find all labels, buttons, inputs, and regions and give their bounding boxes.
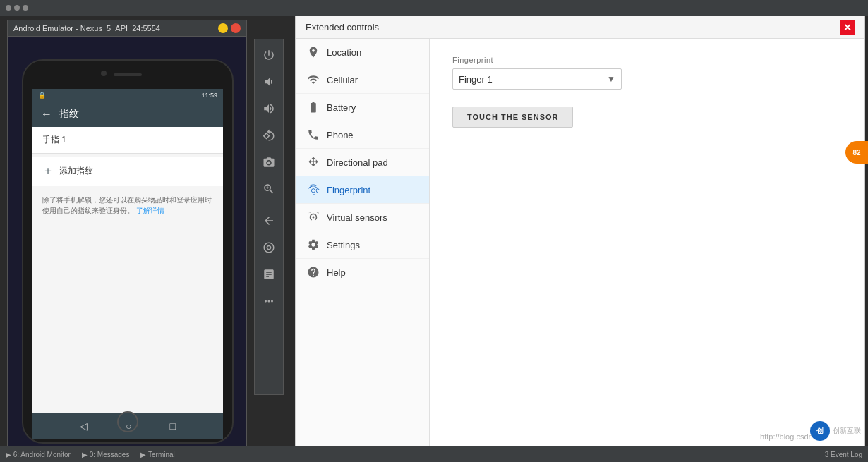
statusbar-terminal[interactable]: ▶ Terminal xyxy=(140,451,174,458)
ext-controls-main: Fingerprint Finger 1 ▼ TOUCH THE SENSOR xyxy=(430,39,864,449)
phone-frame: 🔒 11:59 ← 指纹 手指 1 ＋ 添加指纹 除了将手机解锁，您还可以在购买… xyxy=(22,59,234,444)
phone-appbar-title: 指纹 xyxy=(59,108,79,121)
emulator-window: Android Emulator - Nexus_5_API_24:5554 🔒… xyxy=(7,20,247,454)
sidebar-item-location[interactable]: Location xyxy=(296,39,429,66)
ide-topbar xyxy=(0,0,868,16)
brand-logo-text: 创新互联 xyxy=(833,426,861,436)
ext-controls-close-button[interactable]: ✕ xyxy=(840,20,855,35)
sensors-icon xyxy=(307,211,320,224)
sidebar-item-virtual-sensors[interactable]: Virtual sensors xyxy=(296,204,429,231)
statusbar-android-monitor[interactable]: ▶ 6: Android Monitor xyxy=(6,451,71,458)
sidebar-item-cellular-label: Cellular xyxy=(327,75,358,85)
toolbar-power-button[interactable] xyxy=(256,42,282,68)
sidebar-item-help-label: Help xyxy=(327,267,346,278)
emulator-close-button[interactable] xyxy=(231,23,241,33)
dpad-icon xyxy=(307,156,320,169)
sidebar-item-directional-pad[interactable]: Directional pad xyxy=(296,149,429,176)
dropdown-arrow-icon: ▼ xyxy=(607,74,615,84)
fingerprint-icon xyxy=(307,183,320,196)
sidebar-item-phone-label: Phone xyxy=(327,130,354,140)
sidebar-item-cellular[interactable]: Cellular xyxy=(296,66,429,94)
topbar-dot-1 xyxy=(6,5,11,11)
brand-logo-icon: 创 xyxy=(810,421,830,441)
toolbar-volume-down-button[interactable] xyxy=(256,69,282,95)
touch-sensor-button[interactable]: TOUCH THE SENSOR xyxy=(452,107,573,128)
phone-camera xyxy=(101,71,107,76)
emulator-toolbar xyxy=(254,39,284,395)
toolbar-separator xyxy=(258,205,279,205)
ide-statusbar: ▶ 6: Android Monitor ▶ 0: Messages ▶ Ter… xyxy=(0,446,868,462)
phone-appbar: ← 指纹 xyxy=(32,102,223,127)
sidebar-item-battery-label: Battery xyxy=(327,102,356,113)
sidebar-item-phone[interactable]: Phone xyxy=(296,121,429,149)
settings-icon xyxy=(307,238,320,251)
phone-content: 手指 1 ＋ 添加指纹 除了将手机解锁，您还可以在购买物品时和登录应用时使用自己… xyxy=(32,127,223,413)
sidebar-item-help[interactable]: Help xyxy=(296,259,429,286)
extended-controls-dialog: Extended controls ✕ Location Cellular xyxy=(295,16,865,449)
phone-back-arrow-icon[interactable]: ← xyxy=(41,108,52,121)
sidebar-item-location-label: Location xyxy=(327,47,361,58)
fingerprint-dropdown-wrapper: Finger 1 ▼ xyxy=(452,68,842,90)
fingerprint-dropdown-value: Finger 1 xyxy=(459,74,493,85)
toolbar-rotate-button[interactable] xyxy=(256,123,282,148)
phone-home-button[interactable] xyxy=(117,411,138,432)
phone-statusbar-left: 🔒 xyxy=(38,92,46,99)
statusbar-event-log[interactable]: 3 Event Log xyxy=(825,451,862,458)
sidebar-item-fingerprint-label: Fingerprint xyxy=(327,185,370,195)
toolbar-zoom-button[interactable] xyxy=(256,176,282,202)
phone-lock-icon: 🔒 xyxy=(38,92,46,99)
phone-desc-text: 除了将手机解锁，您还可以在购买物品时和登录应用时使用自己的指纹来验证身份。 xyxy=(42,196,212,214)
toolbar-overview-button[interactable] xyxy=(256,262,282,287)
sidebar-item-dpad-label: Directional pad xyxy=(327,157,388,168)
topbar-dot-3 xyxy=(23,5,28,11)
help-icon xyxy=(307,266,320,279)
sidebar-item-battery[interactable]: Battery xyxy=(296,94,429,121)
sidebar-item-settings-label: Settings xyxy=(327,240,360,250)
phone-icon xyxy=(307,128,320,141)
phone-add-fingerprint[interactable]: ＋ 添加指纹 xyxy=(32,157,223,186)
location-icon xyxy=(307,46,320,59)
minimize-button[interactable] xyxy=(218,23,228,33)
ext-controls-title: Extended controls xyxy=(306,22,379,32)
phone-speaker xyxy=(114,73,142,76)
toolbar-back-button[interactable] xyxy=(256,208,282,233)
phone-screen: 🔒 11:59 ← 指纹 手指 1 ＋ 添加指纹 除了将手机解锁，您还可以在购买… xyxy=(32,89,223,413)
battery-icon xyxy=(307,101,320,114)
phone-description: 除了将手机解锁，您还可以在购买物品时和登录应用时使用自己的指纹来验证身份。 了解… xyxy=(32,186,223,224)
phone-desc-link[interactable]: 了解详情 xyxy=(136,207,164,214)
fingerprint-section-label: Fingerprint xyxy=(452,56,842,64)
orange-badge-text: 82 xyxy=(852,149,860,157)
phone-add-icon: ＋ xyxy=(42,164,54,178)
sidebar-item-settings[interactable]: Settings xyxy=(296,231,429,259)
statusbar-messages[interactable]: ▶ 0: Messages xyxy=(82,451,129,458)
toolbar-more-button[interactable] xyxy=(256,288,282,314)
emulator-titlebar: Android Emulator - Nexus_5_API_24:5554 xyxy=(8,20,246,37)
phone-finger-item: 手指 1 xyxy=(32,127,223,154)
phone-add-label: 添加指纹 xyxy=(59,165,93,177)
fingerprint-dropdown[interactable]: Finger 1 ▼ xyxy=(452,68,622,90)
topbar-dot-2 xyxy=(14,5,20,11)
brand-logo: 创 创新互联 xyxy=(810,421,861,441)
ext-controls-titlebar: Extended controls ✕ xyxy=(296,16,864,39)
phone-nav-back[interactable]: ◁ xyxy=(80,420,88,432)
orange-badge: 82 xyxy=(845,141,868,164)
sidebar-item-virtual-sensors-label: Virtual sensors xyxy=(327,212,387,223)
sidebar-item-fingerprint[interactable]: Fingerprint xyxy=(296,176,429,204)
cellular-icon xyxy=(307,73,320,86)
phone-time: 11:59 xyxy=(201,92,217,99)
emulator-title: Android Emulator - Nexus_5_API_24:5554 xyxy=(13,24,160,32)
phone-statusbar: 🔒 11:59 xyxy=(32,89,223,102)
brand-icon-text: 创 xyxy=(816,426,824,436)
phone-nav-overview[interactable]: □ xyxy=(170,420,176,432)
ext-controls-nav: Location Cellular Battery xyxy=(296,39,430,449)
toolbar-volume-up-button[interactable] xyxy=(256,96,282,121)
ext-controls-body: Location Cellular Battery xyxy=(296,39,864,449)
toolbar-screenshot-button[interactable] xyxy=(256,150,282,175)
toolbar-home-button[interactable] xyxy=(256,235,282,260)
